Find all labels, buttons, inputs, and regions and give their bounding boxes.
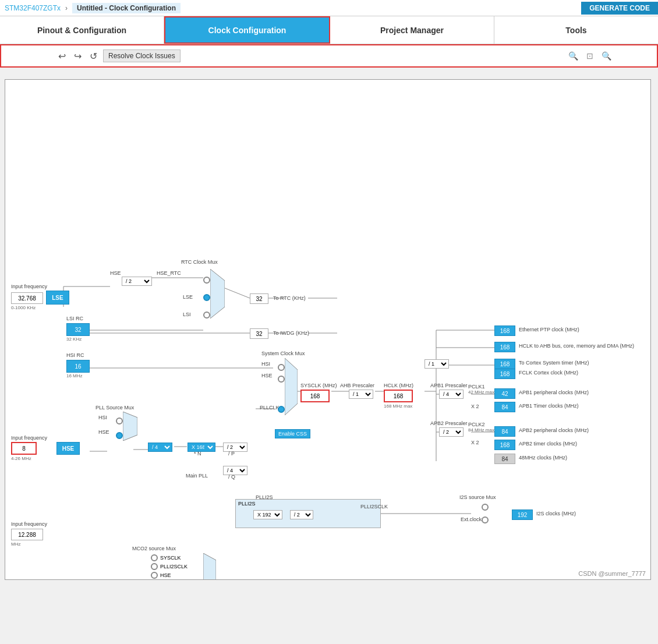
ahb-div-select[interactable]: / 1 (349, 390, 373, 399)
sysclk-value[interactable]: 168 (300, 390, 330, 402)
svg-marker-35 (203, 553, 216, 580)
pll-n-sublabel: * N (194, 451, 201, 457)
resolve-clock-issues-button[interactable]: Resolve Clock Issues (103, 49, 181, 62)
redo-button[interactable]: ↪ (72, 49, 84, 63)
apb1-div-select[interactable]: / 4 (439, 390, 464, 399)
hclk-value[interactable]: 168 (384, 390, 413, 402)
sys-clk-mux-label: System Clock Mux (261, 351, 305, 356)
svg-marker-32 (210, 269, 225, 319)
hse-div2-select[interactable]: / 2 (122, 277, 152, 286)
apb2-peri-label: APB2 peripheral clocks (MHz) (519, 427, 589, 433)
lsi-unit-label: 32 KHz (66, 337, 82, 342)
pll-hse-radio[interactable] (116, 432, 123, 439)
rtc-mux-shape (210, 269, 225, 319)
plli2s-label2: PLLI2S (256, 494, 273, 500)
apb2-div-select[interactable]: / 2 (439, 427, 464, 437)
fclk-label: FCLK Cortex clock (MHz) (519, 370, 578, 376)
to-rtc-label: To RTC (KHz) (273, 295, 306, 301)
hse-input-range: 4-26 MHz (11, 456, 31, 461)
mco2-radios: SYSCLK PLLI2SCLK HSE PLLCLK (151, 554, 188, 580)
sys-pll-radio[interactable] (278, 406, 285, 413)
hsi-unit-label: 16 MHz (66, 373, 83, 378)
cortex-timer-val: 168 (494, 359, 515, 369)
clock-diagram: Input frequency 32.768 0-1000 KHz LSE LS… (5, 79, 651, 580)
rtc-mux-label: RTC Clock Mux (181, 259, 218, 265)
ahb-prescaler-label: AHB Prescaler (340, 383, 374, 388)
zoom-out-icon[interactable]: 🔍 (599, 50, 614, 62)
pll-m-select[interactable]: / 4 (148, 443, 172, 452)
apb2-x2-label: X 2 (471, 440, 479, 445)
pclk2-max-label: 84 MHz max (468, 427, 494, 433)
i2s-ext-radio[interactable] (482, 516, 489, 523)
rtc-val-box[interactable]: 32 (250, 293, 268, 304)
eth-ptp-label: Ethernet PTP clock (MHz) (519, 327, 579, 332)
plli2s-label: PLLI2S (238, 501, 256, 507)
apb1-peri-label: APB1 peripheral clocks (MHz) (519, 390, 589, 395)
hse-pll-label: HSE (98, 429, 109, 435)
refresh-button[interactable]: ↺ (87, 49, 100, 63)
tab-tools[interactable]: Tools (494, 16, 658, 44)
tab-project[interactable]: Project Manager (330, 16, 494, 44)
to-iwdg-label: To IWDG (KHz) (273, 330, 309, 336)
hsi-rc-label: HSI RC (66, 352, 84, 358)
lse-rtc-label: LSE (183, 294, 193, 300)
apb2-prescaler-label: APB2 Prescaler (430, 420, 468, 426)
eth-ptp-val: 168 (494, 325, 515, 336)
tab-bar: Pinout & Configuration Clock Configurati… (0, 16, 658, 44)
pllclk-sys-label: PLLCLK (260, 405, 280, 411)
hse-box[interactable]: HSE (56, 442, 80, 455)
clk48-val: 84 (494, 454, 515, 464)
pll-p-select[interactable]: / 2 (223, 443, 247, 452)
input-12288-value[interactable]: 12.288 (11, 529, 43, 540)
cortex-timer-row: / 1 (424, 359, 449, 369)
rtc-hse-radio[interactable] (203, 277, 210, 284)
i2s-clk-label: I2S clocks (MHz) (536, 511, 576, 516)
iwdg-val-box[interactable]: 32 (250, 328, 268, 339)
enable-css-button[interactable]: Enable CSS (275, 429, 310, 438)
rtc-lsi-radio[interactable] (203, 312, 210, 319)
sys-mux-shape (285, 358, 298, 415)
cortex-timer-label: To Cortex System timer (MHz) (519, 360, 589, 366)
hsi-value-box[interactable]: 16 (66, 360, 90, 373)
apb1-timer-val: 84 (494, 402, 515, 412)
apb1-peri-val: 42 (494, 388, 515, 399)
pll-hsi-radio[interactable] (116, 417, 123, 424)
sys-hse-radio[interactable] (278, 376, 285, 383)
tab-pinout[interactable]: Pinout & Configuration (0, 16, 164, 44)
i2s-src-mux-label: I2S source Mux (459, 494, 496, 500)
pll-n-select[interactable]: X 168 (188, 443, 215, 452)
i2s-plli2s-radio[interactable] (482, 504, 489, 511)
mco2-plli2sclk-radio[interactable] (151, 563, 158, 570)
tab-clock[interactable]: Clock Configuration (164, 16, 330, 44)
plli2s-section: PLLI2S X 192 / 2 (235, 499, 381, 528)
zoom-in-icon[interactable]: 🔍 (566, 50, 581, 62)
sys-hsi-radio[interactable] (278, 364, 285, 371)
mco2-sysclk-radio[interactable] (151, 554, 158, 561)
pclk2-label: PCLK2 (468, 422, 485, 427)
lse-box[interactable]: LSE (46, 291, 69, 305)
hse-rtc-label: HSE_RTC (157, 270, 181, 276)
undo-button[interactable]: ↩ (56, 49, 68, 63)
hse-input-value[interactable]: 8 (11, 442, 37, 455)
toolbar: ↩ ↪ ↺ Resolve Clock Issues 🔍 ⊡ 🔍 (0, 44, 658, 68)
pll-p-sublabel: / P (228, 451, 235, 457)
generate-code-button[interactable]: GENERATE CODE (581, 2, 658, 15)
sysclk-label: SYSCLK (MHz) (300, 383, 337, 388)
lsi-value-box[interactable]: 32 (66, 323, 90, 336)
cortex-div-select[interactable]: / 1 (424, 359, 449, 369)
mco2-hse-radio[interactable] (151, 572, 158, 579)
rtc-lse-radio[interactable] (203, 294, 210, 301)
mco2-src-label: MCO2 source Mux (132, 546, 176, 551)
clk48-label: 48MHz clocks (MHz) (519, 455, 567, 461)
plli2s-r-select[interactable]: / 2 (290, 510, 313, 519)
breadcrumb-chip[interactable]: STM32F407ZGTx (5, 4, 61, 12)
plli2sclk-label: PLLI2SCLK (360, 504, 388, 509)
apb2-peri-val: 84 (494, 426, 515, 437)
hclk-label: HCLK (MHz) (384, 383, 413, 388)
mco2-mux-shape (203, 553, 216, 580)
lse-input-value[interactable]: 32.768 (11, 292, 43, 304)
input-12288-unit: MHz (11, 542, 20, 547)
fit-view-icon[interactable]: ⊡ (584, 50, 596, 62)
breadcrumb-active: Untitled - Clock Configuration (72, 3, 181, 13)
plli2s-n-select[interactable]: X 192 (253, 510, 282, 519)
